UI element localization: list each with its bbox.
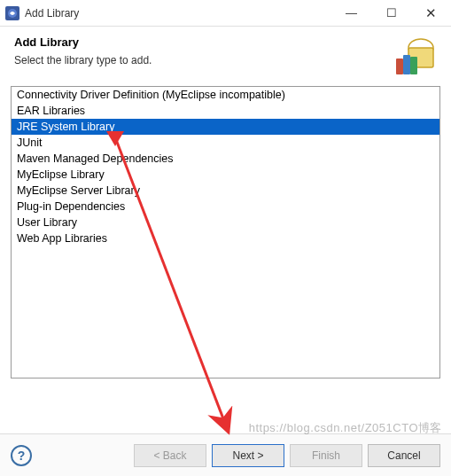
page-subtitle: Select the library type to add. [14,54,437,66]
svg-rect-5 [410,57,417,74]
svg-rect-3 [396,59,403,74]
list-item[interactable]: Web App Libraries [12,230,439,246]
list-item[interactable]: EAR Libraries [12,103,439,119]
library-graphic-icon [391,32,437,78]
list-item[interactable]: MyEclipse Server Library [12,183,439,199]
svg-rect-4 [403,55,410,74]
page-title: Add Library [14,35,437,49]
next-button[interactable]: Next > [212,444,284,467]
title-bar: Add Library — ☐ ✕ [0,0,451,27]
maximize-button[interactable]: ☐ [371,0,411,27]
list-item[interactable]: Plug-in Dependencies [12,199,439,215]
content-area: Connectivity Driver Definition (MyEclips… [0,77,451,387]
close-button[interactable]: ✕ [411,0,451,27]
list-item[interactable]: MyEclipse Library [12,167,439,183]
list-item[interactable]: JUnit [12,135,439,151]
back-button[interactable]: < Back [134,444,206,467]
list-item[interactable]: User Library [12,215,439,230]
cancel-button[interactable]: Cancel [368,444,440,467]
wizard-footer: ? < Back Next > Finish Cancel [0,433,451,476]
finish-button[interactable]: Finish [290,444,362,467]
list-item[interactable]: Connectivity Driver Definition (MyEclips… [12,87,439,103]
library-type-list[interactable]: Connectivity Driver Definition (MyEclips… [11,86,440,378]
window-title: Add Library [25,7,331,20]
wizard-header: Add Library Select the library type to a… [0,27,451,77]
list-item[interactable]: JRE System Library [12,119,439,135]
help-button[interactable]: ? [11,445,32,466]
minimize-button[interactable]: — [331,0,371,27]
app-icon [5,6,19,20]
list-item[interactable]: Maven Managed Dependencies [12,151,439,167]
